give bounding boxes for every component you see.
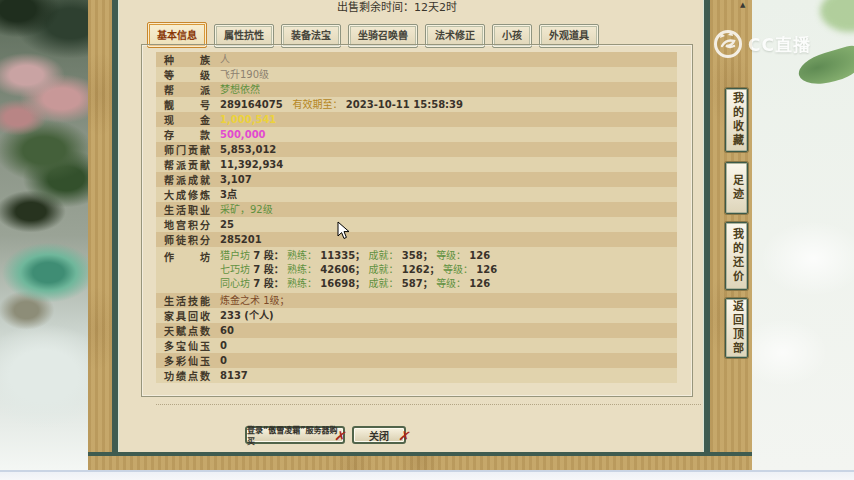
- login-server-buy-button[interactable]: 登录“傲雪凌霜”服务器购买: [245, 426, 345, 444]
- login-server-buy-label: 登录“傲雪凌霜”服务器购买: [247, 424, 343, 446]
- table-row: 帮派梦想依然: [156, 82, 677, 97]
- row-label: 存款: [164, 127, 210, 142]
- table-row: 等级飞升190级: [156, 67, 677, 82]
- table-row: 帮派成就3,107: [156, 172, 677, 187]
- row-value: 0: [220, 353, 669, 368]
- character-info-table: 种族人等级飞升190级帮派梦想依然靓号289164075 有效期至： 2023-…: [156, 52, 677, 383]
- row-value: 3,107: [220, 172, 669, 187]
- table-row: 生活职业采矿，92级: [156, 202, 677, 217]
- table-row: 天赋点数60: [156, 323, 677, 338]
- up-arrow-icon: ▲: [740, 1, 745, 9]
- table-row: 家具回收233 (个人): [156, 308, 677, 323]
- row-value: 233 (个人): [220, 308, 669, 323]
- cc-live-watermark: CC直播: [712, 27, 811, 59]
- row-value: 285201: [220, 232, 669, 247]
- row-label: 功绩点数: [164, 368, 210, 383]
- row-value: 8137: [220, 368, 669, 383]
- table-row: 功绩点数8137: [156, 368, 677, 383]
- background-scenery-art: [0, 0, 88, 470]
- table-row: 靓号289164075 有效期至： 2023-10-11 15:58:39: [156, 97, 677, 112]
- row-value: 289164075 有效期至： 2023-10-11 15:58:39: [220, 97, 669, 112]
- row-label: 作坊: [164, 249, 210, 264]
- row-label: 生活技能: [164, 293, 210, 308]
- table-row: 师徒积分285201: [156, 232, 677, 247]
- sale-time-value: 12天2时: [414, 1, 457, 14]
- row-value: 25: [220, 217, 669, 232]
- page-frame-bottom: [88, 452, 752, 470]
- row-value: 60: [220, 323, 669, 338]
- row-label: 帮派: [164, 82, 210, 97]
- row-label: 等级: [164, 67, 210, 82]
- nav-my-counteroffer[interactable]: 我的还价: [725, 222, 748, 290]
- browser-bottom-strip: [0, 470, 854, 480]
- row-value: 梦想依然: [220, 82, 669, 97]
- table-row: 大成修炼3点: [156, 187, 677, 202]
- row-label: 现金: [164, 112, 210, 127]
- row-label: 家具回收: [164, 308, 210, 323]
- table-row: 现金1,000,541: [156, 112, 677, 127]
- row-value: 人: [220, 52, 669, 67]
- cc-live-logo-text: CC直播: [748, 31, 811, 56]
- nav-footprints[interactable]: 足迹: [725, 162, 748, 214]
- row-value: 11,392,934: [220, 157, 669, 172]
- page-content: 出售剩余时间：12天2时 基本信息属性抗性装备法宝坐骑召唤兽法术修正小孩外观道具…: [119, 0, 703, 452]
- red-seal-icon: ✗: [333, 427, 348, 445]
- row-value: 猎户坊 7 段： 熟练： 11335； 成就： 358； 等级： 126七巧坊 …: [220, 249, 669, 291]
- nav-my-favorites[interactable]: 我的收藏: [725, 88, 748, 152]
- cc-live-logo-icon: [712, 27, 744, 59]
- page-frame-right: 我的收藏足迹我的还价返回顶部: [710, 0, 752, 452]
- background-floral: [752, 0, 854, 470]
- table-row: 多宝仙玉0: [156, 338, 677, 353]
- row-value: 采矿，92级: [220, 202, 669, 217]
- right-nav: 我的收藏足迹我的还价返回顶部: [725, 0, 750, 452]
- leaf-decoration: [820, 0, 854, 32]
- table-row: 多彩仙玉0: [156, 353, 677, 368]
- row-value: 1,000,541: [220, 112, 669, 127]
- table-row: 帮派贡献11,392,934: [156, 157, 677, 172]
- row-label: 地宫积分: [164, 217, 210, 232]
- row-label: 生活职业: [164, 202, 210, 217]
- row-label: 大成修炼: [164, 187, 210, 202]
- row-label: 靓号: [164, 97, 210, 112]
- row-label: 帮派成就: [164, 172, 210, 187]
- page-frame-left-border: [112, 0, 119, 470]
- table-row: 师门贡献5,853,012: [156, 142, 677, 157]
- mouse-cursor: [337, 221, 350, 240]
- table-row: 存款500,000: [156, 127, 677, 142]
- row-label: 师徒积分: [164, 232, 210, 247]
- red-seal-icon: ✗: [397, 427, 412, 445]
- row-label: 帮派贡献: [164, 157, 210, 172]
- row-value: 5,853,012: [220, 142, 669, 157]
- row-label: 天赋点数: [164, 323, 210, 338]
- row-label: 多宝仙玉: [164, 338, 210, 353]
- row-label: 种族: [164, 52, 210, 67]
- row-label: 师门贡献: [164, 142, 210, 157]
- sale-remaining-time: 出售剩余时间：12天2时: [337, 0, 457, 14]
- table-row: 地宫积分25: [156, 217, 677, 232]
- page-frame-left: [88, 0, 112, 470]
- sale-time-label: 出售剩余时间：: [337, 1, 414, 14]
- nav-back-to-top[interactable]: 返回顶部: [725, 298, 748, 358]
- table-row: 生活技能炼金之术 1级；: [156, 293, 677, 308]
- table-row: 作坊猎户坊 7 段： 熟练： 11335； 成就： 358； 等级： 126七巧…: [156, 247, 677, 293]
- row-value: 炼金之术 1级；: [220, 293, 669, 308]
- row-value: 500,000: [220, 127, 669, 142]
- screen: 出售剩余时间：12天2时 基本信息属性抗性装备法宝坐骑召唤兽法术修正小孩外观道具…: [0, 0, 854, 480]
- row-value: 飞升190级: [220, 67, 669, 82]
- row-value: 3点: [220, 187, 669, 202]
- row-value: 0: [220, 338, 669, 353]
- table-row: 种族人: [156, 52, 677, 67]
- close-label: 关闭: [369, 428, 389, 443]
- row-label: 多彩仙玉: [164, 353, 210, 368]
- footer-divider: [156, 404, 701, 405]
